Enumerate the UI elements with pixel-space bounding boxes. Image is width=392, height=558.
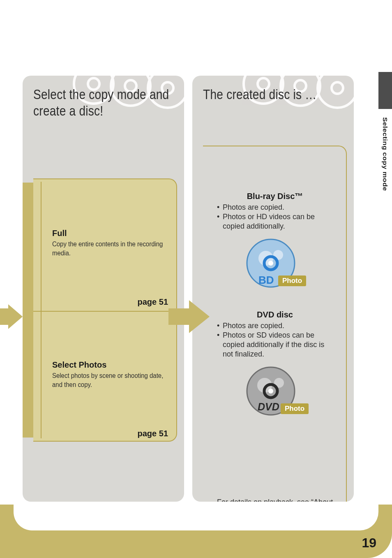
right-panel: The created disc is … Blu-ray Disc™ Phot…	[192, 76, 354, 502]
svg-marker-6	[0, 304, 23, 329]
document-page: Selecting copy mode 19 Select the copy m…	[0, 0, 392, 558]
mode-select-photos-desc: Select photos by scene or shooting date,…	[52, 371, 163, 389]
flow-arrow-icon	[168, 300, 210, 333]
svg-point-23	[268, 389, 273, 394]
left-panel: Select the copy mode and create a disc! …	[23, 76, 184, 502]
svg-marker-7	[168, 300, 210, 333]
list-item: Photos are copied.	[217, 203, 333, 212]
dvd-label: DVD	[258, 401, 279, 413]
side-tab	[378, 72, 392, 109]
dvd-bullets: Photos are copied. Photos or SD videos c…	[217, 321, 333, 359]
dvd-heading: DVD disc	[217, 310, 333, 320]
mode-select-photos-block: Select Photos Select photos by scene or …	[33, 311, 176, 442]
bluray-disc-graphic: BD Photo	[217, 238, 333, 291]
bluray-heading: Blu-ray Disc™	[217, 192, 333, 201]
dvd-photo-badge: Photo	[281, 403, 309, 414]
mode-full-block: Full Copy the entire contents in the rec…	[33, 179, 176, 311]
created-disc-card: Blu-ray Disc™ Photos are copied. Photos …	[203, 146, 347, 502]
mode-full-title: Full	[52, 229, 164, 238]
dvd-section: DVD disc Photos are copied. Photos or SD…	[203, 310, 346, 419]
dvd-disc-graphic: DVD Photo	[217, 366, 333, 419]
svg-point-18	[268, 261, 273, 266]
playback-footnote: For details on playback, see “About Crea…	[217, 498, 334, 502]
mode-full-page-ref: page 51	[138, 297, 168, 307]
mode-full-desc: Copy the entire contents in the recordin…	[52, 240, 163, 258]
list-item: Photos or HD videos can be copied additi…	[217, 212, 333, 231]
bluray-bullets: Photos are copied. Photos or HD videos c…	[217, 203, 333, 231]
mode-select-photos-title: Select Photos	[52, 360, 164, 370]
left-inner-vertical-line	[41, 182, 42, 438]
left-panel-title: Select the copy mode and create a disc!	[33, 86, 184, 120]
left-accent-bar	[23, 183, 33, 438]
mode-select-photos-page-ref: page 51	[138, 429, 168, 438]
right-panel-title: The created disc is …	[203, 86, 354, 103]
list-item: Photos are copied.	[217, 321, 333, 331]
list-item: Photos or SD videos can be copied additi…	[217, 331, 333, 359]
side-section-label: Selecting copy mode	[381, 117, 388, 191]
bd-label: BD	[258, 274, 274, 287]
bluray-section: Blu-ray Disc™ Photos are copied. Photos …	[203, 192, 346, 291]
bd-photo-badge: Photo	[278, 276, 306, 286]
incoming-arrow-icon	[0, 304, 23, 329]
page-number: 19	[362, 535, 376, 551]
copy-mode-card: Full Copy the entire contents in the rec…	[33, 178, 177, 442]
